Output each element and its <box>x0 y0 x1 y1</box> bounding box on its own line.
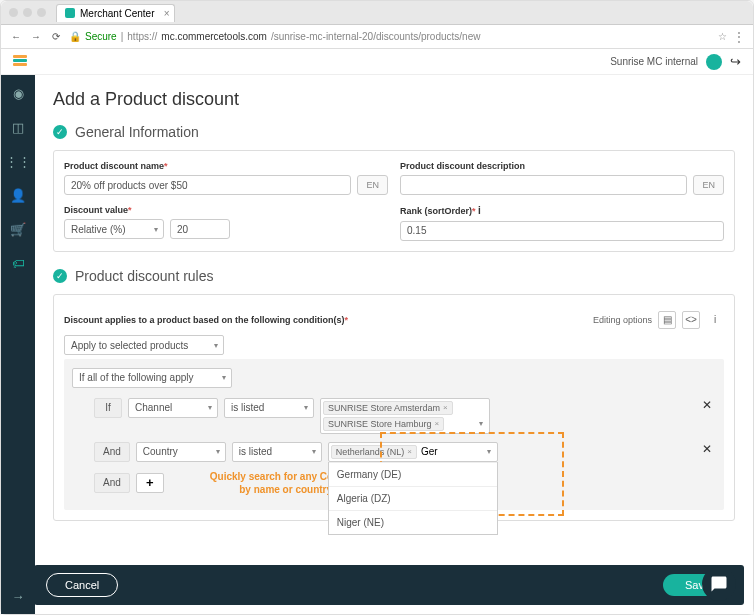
minimize-window-icon[interactable] <box>23 8 32 17</box>
desc-input[interactable] <box>400 175 687 195</box>
value-tag: SUNRISE Store Hamburg× <box>323 417 444 431</box>
browser-titlebar: Merchant Center × <box>1 1 753 25</box>
condition-operator-select[interactable]: is listed <box>232 442 322 462</box>
rank-info-icon[interactable]: i <box>478 205 481 216</box>
name-lang-button[interactable]: EN <box>357 175 388 195</box>
condition-chip-if: If <box>94 398 122 418</box>
apply-scope-select[interactable]: Apply to selected products <box>64 335 224 355</box>
editing-option-code-icon[interactable]: <> <box>682 311 700 329</box>
project-name: Sunrise MC internal <box>610 56 698 67</box>
condition-field-select[interactable]: Channel <box>128 398 218 418</box>
url-field[interactable]: 🔒 Secure | https://mc.commercetools.com/… <box>69 31 712 42</box>
avatar[interactable] <box>706 54 722 70</box>
url-path: /sunrise-mc-internal-20/discounts/produc… <box>271 31 481 42</box>
window-controls[interactable] <box>9 8 46 17</box>
desc-lang-button[interactable]: EN <box>693 175 724 195</box>
bookmark-icon[interactable]: ☆ <box>718 31 727 42</box>
remove-condition-icon[interactable]: ✕ <box>698 398 716 412</box>
value-tag: Netherlands (NL)× <box>331 445 417 459</box>
chat-widget-icon[interactable] <box>702 567 736 601</box>
browser-tab[interactable]: Merchant Center × <box>56 4 175 22</box>
dropdown-option[interactable]: Germany (DE) <box>329 462 497 486</box>
sidebar-dashboard-icon[interactable]: ◉ <box>10 85 26 101</box>
editing-option-info-icon[interactable]: i <box>706 311 724 329</box>
add-condition-button[interactable]: + <box>136 473 164 493</box>
applies-label: Discount applies to a product based on t… <box>64 315 348 325</box>
sidebar-orders-icon[interactable]: 🛒 <box>10 221 26 237</box>
dropdown-option[interactable]: Algeria (DZ) <box>329 486 497 510</box>
logout-icon[interactable]: ↪ <box>730 54 741 69</box>
sidebar-categories-icon[interactable]: ⋮⋮ <box>10 153 26 169</box>
tab-favicon-icon <box>65 8 75 18</box>
browser-addressbar: ← → ⟳ 🔒 Secure | https://mc.commercetool… <box>1 25 753 49</box>
remove-condition-icon[interactable]: ✕ <box>698 442 716 456</box>
sidebar-products-icon[interactable]: ◫ <box>10 119 26 135</box>
sidebar-expand-icon[interactable]: → <box>10 588 26 604</box>
condition-operator-select[interactable]: is listed <box>224 398 314 418</box>
cancel-button[interactable]: Cancel <box>46 573 118 597</box>
logic-select[interactable]: If all of the following apply <box>72 368 232 388</box>
tag-remove-icon[interactable]: × <box>407 447 412 456</box>
condition-value-box[interactable]: Netherlands (NL)× ▾ Germany (DE) Algeria… <box>328 442 498 462</box>
country-dropdown: Germany (DE) Algeria (DZ) Niger (NE) <box>328 462 498 535</box>
discount-number-input[interactable] <box>170 219 230 239</box>
value-tag: SUNRISE Store Amsterdam× <box>323 401 453 415</box>
close-tab-icon[interactable]: × <box>164 8 170 19</box>
url-domain: mc.commercetools.com <box>161 31 267 42</box>
main-content: Add a Product discount ✓ General Informa… <box>35 75 753 614</box>
editing-options-label: Editing options <box>593 315 652 325</box>
chevron-down-icon[interactable]: ▾ <box>479 419 487 428</box>
sidebar-discounts-icon[interactable]: 🏷 <box>10 255 26 271</box>
secure-label: Secure <box>85 31 117 42</box>
tag-remove-icon[interactable]: × <box>435 419 440 428</box>
name-input[interactable] <box>64 175 351 195</box>
condition-value-box[interactable]: SUNRISE Store Amsterdam× SUNRISE Store H… <box>320 398 490 434</box>
sidebar: ◉ ◫ ⋮⋮ 👤 🛒 🏷 → <box>1 75 35 614</box>
maximize-window-icon[interactable] <box>37 8 46 17</box>
rank-input[interactable] <box>400 221 724 241</box>
desc-label: Product discount description <box>400 161 724 171</box>
tab-title: Merchant Center <box>80 8 154 19</box>
editing-option-visual-icon[interactable]: ▤ <box>658 311 676 329</box>
section-rules-icon: ✓ <box>53 269 67 283</box>
tag-remove-icon[interactable]: × <box>443 403 448 412</box>
condition-chip-and: And <box>94 473 130 493</box>
condition-row: And Country is listed Netherlands (NL)× … <box>94 442 716 462</box>
page-title: Add a Product discount <box>53 89 735 110</box>
dropdown-option[interactable]: Niger (NE) <box>329 510 497 534</box>
forward-button[interactable]: → <box>29 30 43 44</box>
condition-chip-and: And <box>94 442 130 462</box>
rank-label: Rank (sortOrder)* i <box>400 205 724 216</box>
footer-bar: Cancel Save <box>34 565 744 605</box>
app-logo-icon[interactable] <box>13 55 27 69</box>
name-label: Product discount name* <box>64 161 388 171</box>
country-search-input[interactable] <box>419 445 449 458</box>
reload-button[interactable]: ⟳ <box>49 30 63 44</box>
discount-value-label: Discount value* <box>64 205 388 215</box>
section-general-icon: ✓ <box>53 125 67 139</box>
app-topbar: Sunrise MC internal ↪ <box>1 49 753 75</box>
discount-type-select[interactable]: Relative (%) <box>64 219 164 239</box>
back-button[interactable]: ← <box>9 30 23 44</box>
section-rules-title: Product discount rules <box>75 268 214 284</box>
condition-row: If Channel is listed SUNRISE Store Amste… <box>94 398 716 434</box>
sidebar-customers-icon[interactable]: 👤 <box>10 187 26 203</box>
browser-menu-icon[interactable]: ⋮ <box>733 30 745 44</box>
condition-field-select[interactable]: Country <box>136 442 226 462</box>
close-window-icon[interactable] <box>9 8 18 17</box>
section-general-title: General Information <box>75 124 199 140</box>
chevron-down-icon[interactable]: ▾ <box>487 447 495 456</box>
